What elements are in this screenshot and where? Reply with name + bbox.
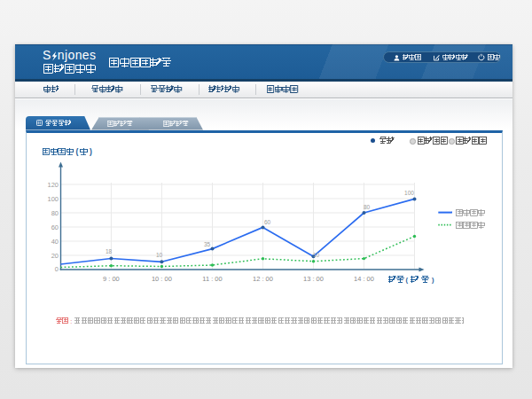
svg-text:10: 10 <box>156 252 163 258</box>
svg-text:10 : 00: 10 : 00 <box>152 275 172 283</box>
svg-text:120: 120 <box>47 181 59 189</box>
svg-text:12 : 00: 12 : 00 <box>253 275 273 283</box>
svg-text:35: 35 <box>204 241 211 247</box>
svg-text:80: 80 <box>51 209 59 217</box>
svg-text:60: 60 <box>51 223 59 231</box>
svg-text:20: 20 <box>51 252 59 260</box>
svg-text:60: 60 <box>264 219 271 225</box>
svg-text:40: 40 <box>51 238 59 246</box>
svg-text:80: 80 <box>364 204 371 210</box>
svg-text:14 : 00: 14 : 00 <box>354 275 374 283</box>
svg-text:11 : 00: 11 : 00 <box>202 275 222 283</box>
svg-text:18: 18 <box>106 248 113 254</box>
svg-text:100: 100 <box>47 195 59 203</box>
svg-text:9 : 00: 9 : 00 <box>103 275 120 283</box>
svg-text:13 : 00: 13 : 00 <box>303 275 324 283</box>
svg-text:0: 0 <box>55 265 59 273</box>
svg-text:10: 10 <box>313 252 320 258</box>
svg-text:100: 100 <box>404 190 414 196</box>
